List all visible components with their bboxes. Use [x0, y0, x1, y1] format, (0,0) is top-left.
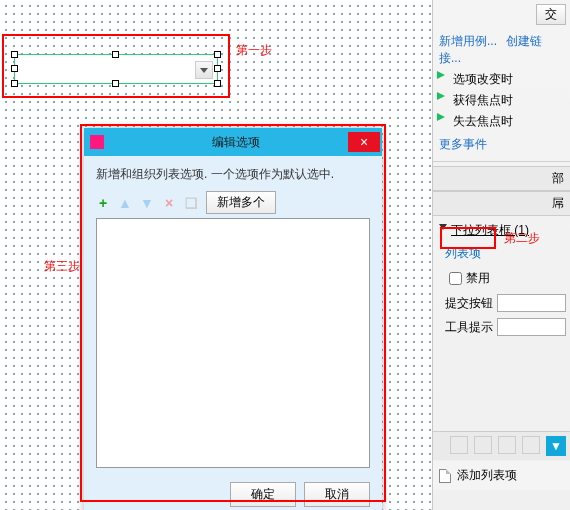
add-list-item-label: 添加列表项 [457, 467, 517, 484]
arrow-up-icon[interactable]: ▲ [118, 196, 132, 210]
edit-options-dialog: 编辑选项 × 新增和组织列表选项. 一个选项作为默认选中. + ▲ ▼ × ❏ … [84, 128, 382, 510]
resize-handle[interactable] [214, 65, 221, 72]
arrow-icon [437, 92, 445, 100]
dialog-toolbar: + ▲ ▼ × ❏ 新增多个 [96, 191, 370, 214]
tooltip-row: 工具提示 [439, 315, 570, 339]
event-lost-focus[interactable]: 失去焦点时 [433, 111, 570, 132]
delete-icon[interactable]: × [162, 196, 176, 210]
resize-handle[interactable] [11, 80, 18, 87]
interactions-button[interactable]: 交 [536, 4, 566, 25]
add-multiple-button[interactable]: 新增多个 [206, 191, 276, 214]
resize-handle[interactable] [214, 51, 221, 58]
arrow-down-icon[interactable]: ▼ [140, 196, 154, 210]
options-listbox[interactable] [96, 218, 370, 468]
plus-icon[interactable]: + [96, 196, 110, 210]
dialog-title: 编辑选项 [110, 134, 382, 151]
arrow-icon [437, 113, 445, 121]
disabled-checkbox[interactable] [449, 272, 462, 285]
event-label: 选项改变时 [453, 72, 513, 86]
resize-handle[interactable] [11, 65, 18, 72]
annotation-step2: 第二步 [504, 230, 540, 247]
event-selection-change[interactable]: 选项改变时 [433, 69, 570, 90]
event-label: 失去焦点时 [453, 114, 513, 128]
resize-handle[interactable] [112, 80, 119, 87]
arrow-icon [437, 71, 445, 79]
filter-icon[interactable]: ▼ [546, 436, 566, 456]
more-events-link[interactable]: 更多事件 [433, 132, 570, 157]
event-label: 获得焦点时 [453, 93, 513, 107]
resize-handle[interactable] [214, 80, 221, 87]
submit-label: 提交按钮 [445, 295, 497, 312]
add-case-link[interactable]: 新增用例... [439, 34, 497, 48]
paste-icon[interactable] [474, 436, 492, 454]
move-up-icon[interactable] [498, 436, 516, 454]
submit-button-row: 提交按钮 [439, 291, 570, 315]
dialog-description: 新增和组织列表选项. 一个选项作为默认选中. [96, 166, 370, 183]
resize-handle[interactable] [112, 51, 119, 58]
duplicate-icon[interactable]: ❏ [184, 196, 198, 210]
annotation-box-2 [440, 227, 496, 249]
panel-header: 部 [433, 166, 570, 191]
tooltip-label: 工具提示 [445, 319, 497, 336]
annotation-step3: 第三步 [44, 258, 80, 275]
copy-icon[interactable] [450, 436, 468, 454]
event-got-focus[interactable]: 获得焦点时 [433, 90, 570, 111]
submit-input[interactable] [497, 294, 566, 312]
disabled-row: 禁用 [439, 266, 570, 291]
page-icon [439, 469, 451, 483]
dropdown-widget[interactable] [14, 54, 218, 84]
ok-button[interactable]: 确定 [230, 482, 296, 507]
disabled-label: 禁用 [466, 270, 490, 287]
dialog-titlebar[interactable]: 编辑选项 × [84, 128, 382, 156]
annotation-step1: 第一步 [236, 42, 272, 59]
close-icon[interactable]: × [348, 132, 380, 152]
app-icon [90, 135, 104, 149]
move-down-icon[interactable] [522, 436, 540, 454]
tooltip-input[interactable] [497, 318, 566, 336]
cancel-button[interactable]: 取消 [304, 482, 370, 507]
add-list-item-row[interactable]: 添加列表项 [433, 461, 570, 490]
inspector-toolbar: ▼ [433, 431, 570, 460]
chevron-down-icon[interactable] [195, 61, 213, 79]
inspector-panel: 交 新增用例... 创建链接... 选项改变时 获得焦点时 失去焦点时 更多事件… [432, 0, 570, 510]
panel-subheader: 屌 [433, 191, 570, 216]
resize-handle[interactable] [11, 51, 18, 58]
